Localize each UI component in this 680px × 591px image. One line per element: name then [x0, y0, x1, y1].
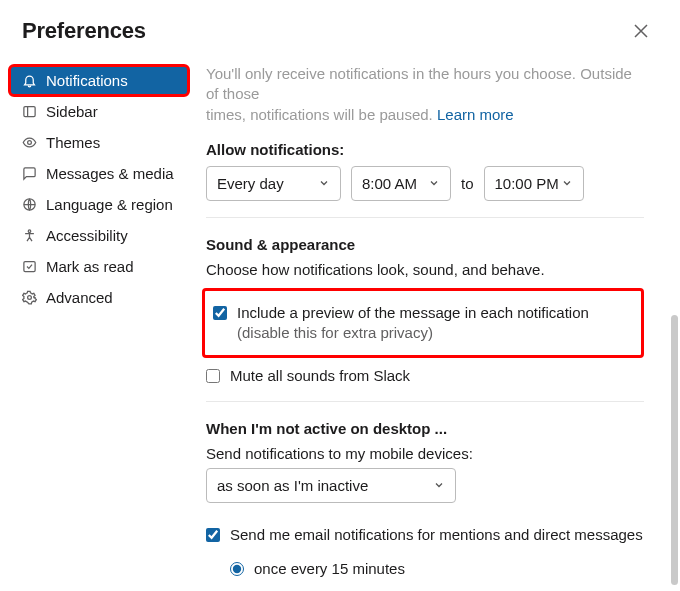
- sound-appearance-heading: Sound & appearance: [206, 236, 644, 253]
- content-panel: You'll only receive notifications in the…: [188, 54, 680, 584]
- sidebar-item-messages-media[interactable]: Messages & media: [10, 159, 188, 188]
- svg-point-2: [27, 141, 31, 145]
- sidebar-item-advanced[interactable]: Advanced: [10, 283, 188, 312]
- mobile-notify-select[interactable]: as soon as I'm inactive: [206, 468, 456, 503]
- gear-icon: [20, 290, 38, 305]
- divider: [206, 217, 644, 218]
- start-time-select[interactable]: 8:00 AM: [351, 166, 451, 201]
- day-select[interactable]: Every day: [206, 166, 341, 201]
- mute-checkbox-row[interactable]: Mute all sounds from Slack: [206, 362, 644, 390]
- divider: [206, 401, 644, 402]
- sidebar-item-label: Language & region: [46, 196, 173, 213]
- check-icon: [20, 259, 38, 274]
- svg-rect-0: [23, 107, 34, 117]
- to-label: to: [461, 175, 474, 192]
- mobile-devices-label: Send notifications to my mobile devices:: [206, 445, 644, 462]
- sidebar-item-label: Notifications: [46, 72, 128, 89]
- sidebar-item-label: Advanced: [46, 289, 113, 306]
- panel-icon: [20, 104, 38, 119]
- email-freq-hour-row[interactable]: once an hour: [230, 583, 644, 584]
- message-icon: [20, 166, 38, 181]
- eye-icon: [20, 135, 38, 150]
- svg-rect-5: [23, 262, 34, 272]
- accessibility-icon: [20, 228, 38, 243]
- sidebar: Notifications Sidebar Themes Messages & …: [0, 54, 188, 584]
- svg-point-4: [28, 230, 31, 233]
- highlight-notifications: Notifications: [10, 66, 188, 95]
- sidebar-item-language-region[interactable]: Language & region: [10, 190, 188, 219]
- chevron-down-icon: [433, 479, 445, 491]
- close-icon[interactable]: [627, 21, 655, 41]
- chevron-down-icon: [428, 177, 440, 189]
- allow-notifications-label: Allow notifications:: [206, 141, 644, 158]
- email-freq-15min-row[interactable]: once every 15 minutes: [230, 555, 644, 583]
- email-freq-15min-radio[interactable]: [230, 562, 244, 576]
- end-time-select[interactable]: 10:00 PM: [484, 166, 584, 201]
- mute-checkbox[interactable]: [206, 369, 220, 383]
- sound-appearance-desc: Choose how notifications look, sound, an…: [206, 261, 644, 278]
- inactive-heading: When I'm not active on desktop ...: [206, 420, 644, 437]
- chevron-down-icon: [318, 177, 330, 189]
- globe-icon: [20, 197, 38, 212]
- sidebar-item-notifications[interactable]: Notifications: [10, 66, 188, 95]
- sidebar-item-accessibility[interactable]: Accessibility: [10, 221, 188, 250]
- sidebar-item-label: Mark as read: [46, 258, 134, 275]
- sidebar-item-mark-as-read[interactable]: Mark as read: [10, 252, 188, 281]
- chevron-down-icon: [561, 177, 573, 189]
- email-checkbox-row[interactable]: Send me email notifications for mentions…: [206, 521, 644, 549]
- preview-checkbox[interactable]: [213, 306, 227, 320]
- sidebar-item-label: Accessibility: [46, 227, 128, 244]
- learn-more-link[interactable]: Learn more: [437, 106, 514, 123]
- sidebar-item-label: Themes: [46, 134, 100, 151]
- sidebar-item-label: Messages & media: [46, 165, 174, 182]
- email-checkbox[interactable]: [206, 528, 220, 542]
- bell-icon: [20, 73, 38, 88]
- svg-point-6: [27, 296, 31, 300]
- sidebar-item-themes[interactable]: Themes: [10, 128, 188, 157]
- highlight-preview-option: Include a preview of the message in each…: [202, 288, 644, 359]
- sidebar-item-sidebar[interactable]: Sidebar: [10, 97, 188, 126]
- sidebar-item-label: Sidebar: [46, 103, 98, 120]
- scrollbar[interactable]: [671, 315, 678, 585]
- intro-text: You'll only receive notifications in the…: [206, 64, 644, 125]
- preview-checkbox-row[interactable]: Include a preview of the message in each…: [213, 299, 633, 348]
- page-title: Preferences: [22, 18, 146, 44]
